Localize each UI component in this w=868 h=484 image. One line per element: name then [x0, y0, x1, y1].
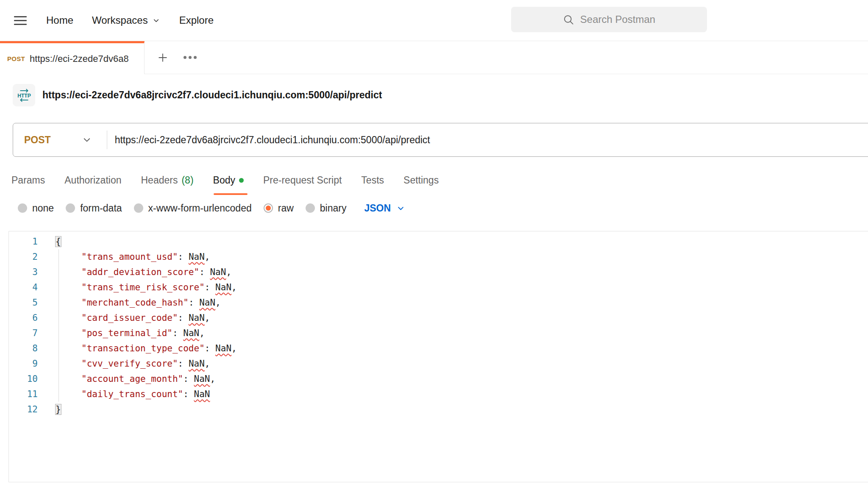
radio-binary-circle[interactable] — [306, 203, 315, 213]
request-subtabs: Params Authorization Headers (8) Body Pr… — [11, 170, 458, 190]
radio-x-www-form-urlencoded-circle[interactable] — [134, 203, 143, 213]
tab-tests-label: Tests — [361, 175, 384, 186]
radio-raw-label: raw — [278, 203, 294, 214]
tab-tests[interactable]: Tests — [361, 175, 384, 186]
line-number: 5 — [9, 295, 43, 310]
line-number: 11 — [9, 387, 43, 402]
comma: , — [205, 313, 210, 323]
comma: , — [226, 267, 231, 277]
radio-raw-dot — [266, 206, 271, 211]
colon: : — [178, 359, 189, 369]
line-number: 8 — [9, 341, 43, 356]
colon: : — [205, 282, 215, 292]
body-green-dot — [239, 178, 244, 183]
json-key: "cvv_verify_score" — [81, 359, 178, 369]
active-tab-underline — [214, 193, 248, 195]
code-line[interactable]: 3 "addr_deviation_score": NaN, — [9, 264, 868, 280]
nav-explore-label: Explore — [179, 14, 214, 26]
nav-home[interactable]: Home — [46, 14, 73, 26]
radio-x-www-form-urlencoded[interactable]: x-www-form-urlencoded — [134, 203, 252, 214]
comma: , — [215, 298, 221, 308]
code-line[interactable]: 6 "card_issuer_code": NaN, — [9, 310, 868, 325]
request-title-row: HTTP https://eci-2zede7dv6a8jrcivc2f7.cl… — [13, 84, 382, 106]
new-tab-button[interactable] — [156, 51, 169, 64]
colon: : — [178, 313, 189, 323]
tab-settings[interactable]: Settings — [403, 175, 439, 186]
code-line[interactable]: 11 "daily_trans_count": NaN — [9, 387, 868, 402]
nan-value: NaN — [189, 252, 205, 262]
radio-form-data-circle[interactable] — [66, 203, 75, 213]
code-line[interactable]: 5 "merchant_code_hash": NaN, — [9, 295, 868, 310]
tab-params-label: Params — [11, 175, 45, 186]
headers-count-badge: (8) — [181, 175, 193, 186]
radio-none-circle[interactable] — [18, 203, 27, 213]
nav-workspaces-label: Workspaces — [92, 14, 148, 26]
line-number: 12 — [9, 402, 43, 417]
radio-none[interactable]: none — [18, 203, 54, 214]
code-line[interactable]: 4 "trans_time_risk_score": NaN, — [9, 280, 868, 295]
tabstrip-rest — [145, 41, 868, 74]
tab-url-label: https://eci-2zede7dv6a8 — [30, 53, 129, 64]
method-selector-value[interactable]: POST — [24, 134, 51, 146]
request-tab[interactable]: POST https://eci-2zede7dv6a8 — [0, 41, 145, 74]
line-number: 4 — [9, 280, 43, 295]
code-line[interactable]: 9 "cvv_verify_score": NaN, — [9, 356, 868, 371]
nan-value: NaN — [210, 267, 226, 277]
colon: : — [178, 252, 189, 262]
http-icon-label: HTTP — [17, 92, 31, 98]
radio-raw-circle[interactable] — [264, 203, 273, 213]
more-options-button[interactable] — [184, 56, 197, 59]
tab-authorization[interactable]: Authorization — [64, 175, 121, 186]
colon: : — [205, 343, 215, 353]
request-tabstrip: POST https://eci-2zede7dv6a8 — [0, 41, 868, 74]
tab-settings-label: Settings — [403, 175, 439, 186]
code-line[interactable]: 2 "trans_amount_usd": NaN, — [9, 249, 868, 264]
radio-raw[interactable]: raw — [264, 203, 294, 214]
open-brace: { — [56, 236, 61, 247]
nan-value: NaN — [189, 359, 205, 369]
url-input[interactable]: https://eci-2zede7dv6a8jrcivc2f7.cloudec… — [115, 134, 430, 146]
radio-form-data[interactable]: form-data — [66, 203, 122, 214]
app-header: Home Workspaces Explore Search Postman — [0, 0, 868, 41]
line-number: 6 — [9, 310, 43, 325]
tab-body[interactable]: Body — [213, 175, 244, 186]
radio-binary[interactable]: binary — [306, 203, 347, 214]
tab-url-wrap: https://eci-2zede7dv6a8 — [30, 43, 144, 74]
plus-icon — [156, 51, 169, 64]
tab-pre-request-script[interactable]: Pre-request Script — [263, 175, 342, 186]
body-code-editor[interactable]: 1 { 2 "trans_amount_usd": NaN, 3 "addr_d… — [8, 231, 868, 482]
json-key: "merchant_code_hash" — [81, 298, 189, 308]
code-line[interactable]: 10 "account_age_month": NaN, — [9, 371, 868, 387]
comma: , — [205, 252, 210, 262]
code-line[interactable]: 12 } — [9, 402, 868, 417]
nav-workspaces[interactable]: Workspaces — [92, 14, 160, 26]
line-number: 2 — [9, 249, 43, 264]
line-number: 10 — [9, 371, 43, 387]
radio-x-www-form-urlencoded-label: x-www-form-urlencoded — [148, 203, 252, 214]
tab-pre-request-script-label: Pre-request Script — [263, 175, 342, 186]
line-number: 9 — [9, 356, 43, 371]
nav-explore[interactable]: Explore — [179, 14, 214, 26]
radio-binary-label: binary — [320, 203, 347, 214]
chevron-down-icon — [153, 17, 160, 24]
code-line[interactable]: 1 { — [9, 234, 868, 249]
tab-headers[interactable]: Headers (8) — [141, 175, 194, 186]
json-key: "trans_amount_usd" — [81, 252, 178, 262]
hamburger-menu-icon[interactable] — [14, 16, 27, 25]
json-key: "card_issuer_code" — [81, 313, 178, 323]
line-number: 7 — [9, 325, 43, 341]
comma: , — [231, 282, 237, 292]
body-type-options: none form-data x-www-form-urlencoded raw… — [18, 198, 405, 218]
code-line[interactable]: 8 "transaction_type_code": NaN, — [9, 341, 868, 356]
nan-value: NaN — [194, 389, 210, 399]
json-key: "daily_trans_count" — [81, 389, 183, 399]
method-selector-chevron[interactable] — [82, 135, 92, 145]
nan-value: NaN — [183, 328, 199, 338]
code-line[interactable]: 7 "pos_terminal_id": NaN, — [9, 325, 868, 341]
format-dropdown[interactable]: JSON — [364, 203, 405, 214]
line-number: 3 — [9, 264, 43, 280]
search-input[interactable]: Search Postman — [511, 7, 707, 32]
indent-guide — [58, 249, 59, 402]
tab-params[interactable]: Params — [11, 175, 45, 186]
comma: , — [231, 343, 237, 353]
